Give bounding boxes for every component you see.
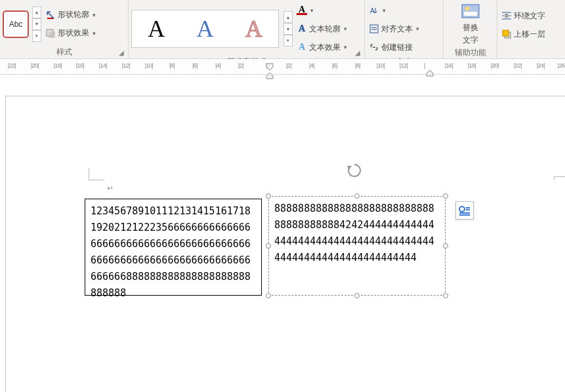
text-box-2-content: 8888888888888888888888888888888888888842… [274, 203, 434, 264]
resize-handle-nw[interactable] [266, 193, 271, 199]
svg-marker-19 [427, 70, 433, 76]
group-accessibility: 替换 文字 辅助功能 [444, 0, 497, 59]
group-wordart: A A A ▴ ▾ ▾ A ▾ A 文本轮廓 ▾ A [129, 0, 365, 59]
dialog-launcher-styles[interactable]: ◢ [119, 50, 127, 58]
ruler-mark: |14| [99, 62, 108, 69]
chevron-down-icon: ▾ [93, 30, 96, 37]
text-outline-button[interactable]: A 文本轮廓 ▾ [295, 20, 348, 38]
wordart-gallery[interactable]: A A A [131, 10, 279, 48]
resize-handle-n[interactable] [354, 193, 360, 199]
ruler-mark: |12| [122, 62, 131, 69]
resize-handle-w[interactable] [266, 243, 271, 248]
page-margin-corner-right [554, 176, 565, 180]
group-styles: Abc ▴ ▾ ▾ 形状轮廓 ▾ [0, 0, 129, 59]
wordart-style-3[interactable]: A [239, 15, 269, 43]
wordart-spinner[interactable]: ▴ ▾ ▾ [282, 10, 293, 47]
shape-effects-label: 形状效果 [58, 28, 89, 39]
dialog-launcher-wordart[interactable]: ◢ [355, 50, 363, 58]
svg-marker-20 [347, 166, 352, 170]
ruler-mark: |4| [309, 62, 314, 69]
ruler-mark: |8| [355, 62, 360, 69]
right-indent-marker[interactable] [426, 69, 434, 79]
ruler-mark: |10| [145, 62, 154, 69]
hanging-indent-marker[interactable] [266, 72, 274, 81]
ruler-mark: |22| [8, 62, 16, 69]
svg-rect-2 [49, 31, 55, 38]
svg-rect-10 [505, 14, 509, 18]
ruler-mark: |16| [76, 62, 85, 69]
text-effects-icon: A [297, 42, 307, 52]
resize-handle-e[interactable] [443, 243, 448, 248]
shape-outline-button[interactable]: 形状轮廓 ▾ [44, 6, 97, 24]
svg-marker-17 [266, 64, 273, 70]
chevron-down-icon: ▾ [310, 7, 314, 14]
svg-rect-16 [503, 30, 509, 36]
ruler-mark: |10| [377, 62, 385, 69]
resize-handle-se[interactable] [443, 293, 448, 298]
ruler-mark: |18| [468, 62, 476, 69]
svg-point-9 [465, 7, 469, 10]
bring-forward-label: 上移一层 [514, 29, 545, 40]
chevron-down-icon: ▾ [93, 12, 96, 18]
document-area[interactable]: ↵ 12345678910111213141516171819202121222… [5, 96, 565, 392]
shape-outline-icon [45, 10, 56, 20]
wrap-text-label: 环绕文字 [514, 10, 545, 22]
horizontal-ruler[interactable]: |22||20||18||16||14||12||10||8||6||4||2|… [0, 59, 565, 75]
align-text-button[interactable]: 对齐文本 ▾ [367, 20, 421, 38]
chevron-down-icon: ▾ [344, 44, 347, 50]
shape-style-gallery[interactable]: Abc [3, 10, 29, 38]
wrap-text-button[interactable]: 环绕文字 [500, 7, 547, 25]
text-effects-button[interactable]: A 文本效果 ▾ [295, 38, 348, 56]
svg-marker-18 [266, 73, 273, 79]
ruler-mark: |22| [514, 62, 522, 69]
ruler-mark: |24| [537, 62, 545, 69]
bring-forward-button[interactable]: 上移一层 [500, 25, 547, 43]
ruler-mark: |12| [400, 62, 408, 69]
chevron-down-icon: ▾ [383, 7, 386, 14]
resize-handle-sw[interactable] [266, 293, 271, 298]
ruler-mark: |18| [54, 62, 62, 69]
shape-outline-label: 形状轮廓 [58, 9, 89, 20]
ruler-mark: |2| [286, 62, 291, 69]
ruler-mark: |26 [558, 62, 565, 69]
alt-text-button[interactable]: 替换 文字 [456, 1, 485, 47]
layout-options-button[interactable] [455, 201, 474, 220]
page-margin-corner-left [89, 168, 104, 180]
alt-text-icon [460, 3, 481, 21]
text-direction-button[interactable]: A ▾ [367, 1, 421, 20]
gallery-spinner[interactable]: ▴ ▾ ▾ [30, 6, 41, 43]
wordart-style-2[interactable]: A [190, 15, 220, 43]
alt-text-label1: 替换 [463, 22, 478, 33]
bring-forward-icon [501, 29, 512, 39]
rotate-handle[interactable] [346, 162, 363, 179]
text-fill-button[interactable]: A ▾ [295, 1, 348, 20]
svg-text:A: A [370, 7, 375, 14]
text-box-2-selected[interactable]: 8888888888888888888888888888888888888842… [268, 196, 446, 296]
group-label-styles: 样式 [3, 47, 125, 59]
group-label-acc: 辅助功能 [446, 47, 494, 60]
resize-handle-s[interactable] [354, 293, 360, 298]
group-arrange: 环绕文字 上移一层 [497, 0, 565, 59]
svg-rect-4 [370, 25, 378, 33]
svg-rect-8 [464, 12, 477, 16]
text-fill-icon: A [297, 6, 307, 15]
shape-effects-button[interactable]: 形状效果 ▾ [44, 24, 97, 43]
text-outline-label: 文本轮廓 [309, 24, 341, 35]
alt-text-label2: 文字 [463, 35, 478, 46]
ruler-mark: |16| [445, 62, 453, 69]
ruler-mark: |8| [169, 62, 175, 69]
ruler-mark: |2| [238, 62, 243, 69]
wrap-text-icon [501, 10, 512, 21]
ruler-mark: |6| [332, 62, 337, 69]
text-box-1[interactable]: 1234567891011121314151617181920212122235… [85, 199, 262, 296]
ruler-mark: |20| [31, 62, 39, 69]
layout-options-icon [458, 204, 471, 217]
link-icon [369, 42, 379, 52]
resize-handle-ne[interactable] [443, 193, 448, 199]
ruler-mark: |4| [215, 62, 220, 69]
create-link-button[interactable]: 创建链接 [367, 38, 421, 56]
chevron-down-icon: ▾ [416, 26, 419, 32]
wordart-style-1[interactable]: A [141, 15, 171, 43]
chevron-down-icon: ▾ [344, 26, 347, 32]
shape-effects-icon [45, 28, 56, 39]
